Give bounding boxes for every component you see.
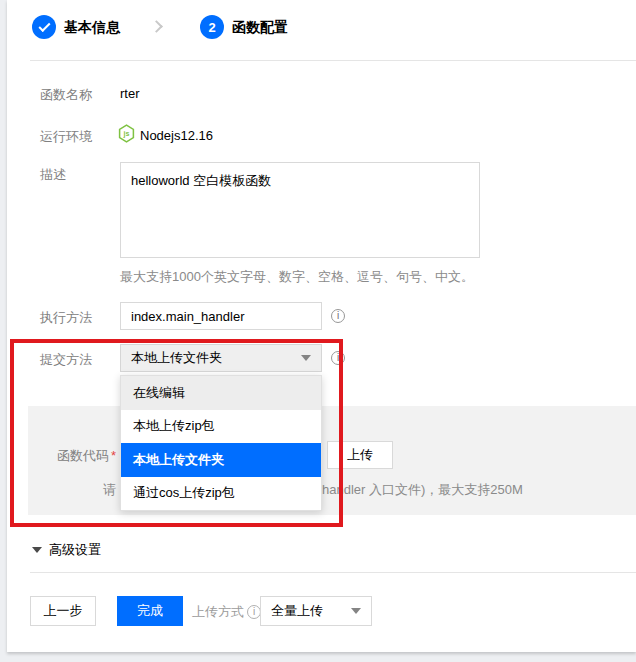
function-name-value: rter	[120, 86, 140, 101]
dropdown-option-local-zip[interactable]: 本地上传zip包	[121, 410, 321, 444]
function-name-label: 函数名称	[40, 86, 92, 104]
submit-method-info-icon[interactable]: i	[331, 351, 345, 365]
step-2-indicator[interactable]: 2	[200, 15, 224, 39]
step-2-circle: 2	[200, 15, 224, 39]
dropdown-option-cos-zip[interactable]: 通过cos上传zip包	[121, 477, 321, 511]
caret-down-icon	[351, 608, 361, 614]
header-divider	[30, 60, 636, 61]
footer-divider	[30, 572, 636, 573]
upload-mode-info-icon[interactable]: i	[247, 605, 261, 619]
function-code-label-row: 函数代码*	[57, 446, 116, 465]
upload-mode-label: 上传方式	[192, 603, 244, 621]
upload-button[interactable]: 上传	[327, 441, 393, 469]
description-textarea[interactable]: helloworld 空白模板函数	[120, 162, 480, 258]
svg-text:js: js	[123, 130, 130, 138]
submit-method-value: 本地上传文件夹	[131, 349, 301, 367]
description-label: 描述	[40, 166, 66, 184]
step-1-label: 基本信息	[64, 15, 120, 39]
caret-down-icon	[301, 355, 311, 361]
nodejs-icon: js	[118, 124, 135, 147]
upload-mode-row: 上传方式 i	[192, 603, 261, 621]
handler-label: 执行方法	[40, 309, 92, 327]
dropdown-option-online-edit[interactable]: 在线编辑	[121, 376, 321, 410]
handler-info-icon[interactable]: i	[331, 309, 345, 323]
step-1-indicator[interactable]	[32, 15, 56, 39]
submit-method-select[interactable]: 本地上传文件夹	[120, 344, 322, 372]
advanced-settings-label: 高级设置	[49, 541, 101, 559]
runtime-label: 运行环境	[40, 128, 92, 146]
upload-mode-value: 全量上传	[271, 602, 351, 620]
upload-mode-select[interactable]: 全量上传	[260, 596, 372, 626]
step-1-circle	[32, 15, 56, 39]
advanced-settings-toggle[interactable]: 高级设置	[32, 541, 101, 559]
description-help: 最大支持1000个英文字母、数字、空格、逗号、句号、中文。	[120, 268, 474, 286]
step-2-label: 函数配置	[232, 15, 288, 39]
function-code-label: 函数代码	[57, 448, 109, 463]
triangle-down-icon	[32, 547, 42, 553]
runtime-value: Nodejs12.16	[140, 128, 213, 143]
handler-input[interactable]	[120, 302, 322, 330]
page: 基本信息 2 函数配置 函数名称 rter 运行环境 js Nodejs12.1…	[0, 0, 636, 662]
code-help-text: handler 入口文件)，最大支持250M	[322, 481, 523, 499]
previous-step-button[interactable]: 上一步	[30, 596, 96, 626]
done-button[interactable]: 完成	[117, 596, 183, 626]
dropdown-option-local-folder[interactable]: 本地上传文件夹	[121, 443, 321, 477]
submit-method-label: 提交方法	[40, 351, 92, 369]
check-icon	[38, 19, 50, 31]
required-asterisk: *	[111, 448, 116, 463]
submit-method-dropdown: 在线编辑 本地上传zip包 本地上传文件夹 通过cos上传zip包	[120, 375, 322, 511]
code-help-prefix: 请	[103, 481, 116, 499]
